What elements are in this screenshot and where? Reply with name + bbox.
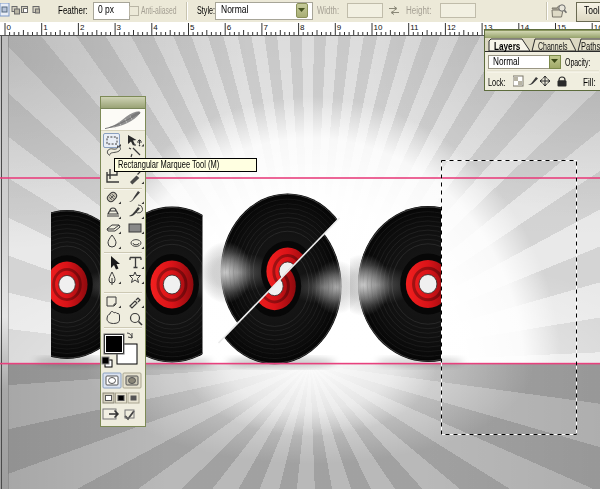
svg-text:0: 0	[7, 23, 12, 32]
svg-text:4: 4	[153, 23, 158, 32]
svg-text:3: 3	[117, 23, 122, 32]
svg-text:5: 5	[190, 23, 195, 32]
svg-text:6: 6	[227, 23, 232, 32]
svg-text:9: 9	[337, 23, 342, 32]
svg-text:12: 12	[447, 23, 456, 32]
svg-text:1: 1	[43, 23, 48, 32]
svg-text:8: 8	[300, 23, 305, 32]
svg-text:2: 2	[80, 23, 85, 32]
svg-text:7: 7	[263, 23, 268, 32]
svg-text:10: 10	[374, 23, 383, 32]
svg-text:11: 11	[410, 23, 419, 32]
